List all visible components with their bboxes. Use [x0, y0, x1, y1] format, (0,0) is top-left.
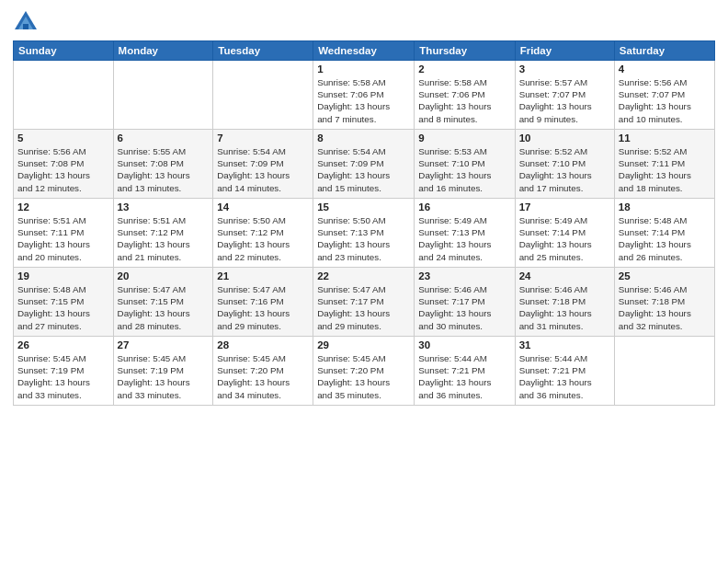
day-info: Sunrise: 5:50 AM Sunset: 7:13 PM Dayligh…	[317, 214, 410, 263]
day-info: Sunrise: 5:52 AM Sunset: 7:10 PM Dayligh…	[519, 145, 610, 194]
day-cell: 25Sunrise: 5:46 AM Sunset: 7:18 PM Dayli…	[614, 268, 714, 337]
day-info: Sunrise: 5:48 AM Sunset: 7:15 PM Dayligh…	[17, 283, 109, 332]
svg-rect-2	[23, 24, 28, 29]
day-cell: 8Sunrise: 5:54 AM Sunset: 7:09 PM Daylig…	[313, 130, 415, 199]
day-cell: 2Sunrise: 5:58 AM Sunset: 7:06 PM Daylig…	[415, 61, 515, 130]
day-number: 4	[619, 63, 711, 75]
day-cell: 12Sunrise: 5:51 AM Sunset: 7:11 PM Dayli…	[14, 199, 114, 268]
day-info: Sunrise: 5:55 AM Sunset: 7:08 PM Dayligh…	[118, 145, 210, 194]
day-info: Sunrise: 5:54 AM Sunset: 7:09 PM Dayligh…	[317, 145, 410, 194]
day-info: Sunrise: 5:45 AM Sunset: 7:20 PM Dayligh…	[217, 352, 309, 401]
day-info: Sunrise: 5:44 AM Sunset: 7:21 PM Dayligh…	[519, 352, 610, 401]
day-cell: 5Sunrise: 5:56 AM Sunset: 7:08 PM Daylig…	[14, 130, 114, 199]
day-number: 11	[619, 132, 711, 144]
day-info: Sunrise: 5:49 AM Sunset: 7:13 PM Dayligh…	[418, 214, 510, 263]
day-info: Sunrise: 5:51 AM Sunset: 7:11 PM Dayligh…	[17, 214, 109, 263]
day-info: Sunrise: 5:58 AM Sunset: 7:06 PM Dayligh…	[418, 76, 510, 125]
day-cell: 21Sunrise: 5:47 AM Sunset: 7:16 PM Dayli…	[213, 268, 313, 337]
page: SundayMondayTuesdayWednesdayThursdayFrid…	[0, 0, 728, 563]
day-number: 6	[118, 132, 210, 144]
header-row: SundayMondayTuesdayWednesdayThursdayFrid…	[14, 41, 715, 61]
day-info: Sunrise: 5:58 AM Sunset: 7:06 PM Dayligh…	[317, 76, 410, 125]
day-info: Sunrise: 5:50 AM Sunset: 7:12 PM Dayligh…	[217, 214, 309, 263]
day-number: 3	[519, 63, 610, 75]
day-info: Sunrise: 5:56 AM Sunset: 7:08 PM Dayligh…	[17, 145, 109, 194]
day-number: 7	[217, 132, 309, 144]
day-cell	[14, 61, 114, 130]
week-row: 5Sunrise: 5:56 AM Sunset: 7:08 PM Daylig…	[14, 130, 715, 199]
day-number: 15	[317, 201, 410, 213]
day-cell: 4Sunrise: 5:56 AM Sunset: 7:07 PM Daylig…	[614, 61, 714, 130]
day-number: 13	[118, 201, 210, 213]
day-number: 28	[217, 339, 309, 350]
day-number: 16	[418, 201, 510, 213]
day-number: 27	[118, 339, 210, 350]
day-header: Tuesday	[213, 41, 313, 61]
day-cell: 13Sunrise: 5:51 AM Sunset: 7:12 PM Dayli…	[113, 199, 213, 268]
day-header: Monday	[113, 41, 213, 61]
day-cell: 3Sunrise: 5:57 AM Sunset: 7:07 PM Daylig…	[515, 61, 614, 130]
day-cell	[113, 61, 213, 130]
day-cell: 17Sunrise: 5:49 AM Sunset: 7:14 PM Dayli…	[515, 199, 614, 268]
day-cell: 24Sunrise: 5:46 AM Sunset: 7:18 PM Dayli…	[515, 268, 614, 337]
day-cell: 19Sunrise: 5:48 AM Sunset: 7:15 PM Dayli…	[14, 268, 114, 337]
day-number: 30	[418, 339, 510, 350]
day-info: Sunrise: 5:54 AM Sunset: 7:09 PM Dayligh…	[217, 145, 309, 194]
day-number: 5	[17, 132, 109, 144]
day-cell: 28Sunrise: 5:45 AM Sunset: 7:20 PM Dayli…	[213, 337, 313, 406]
day-cell: 31Sunrise: 5:44 AM Sunset: 7:21 PM Dayli…	[515, 337, 614, 406]
week-row: 26Sunrise: 5:45 AM Sunset: 7:19 PM Dayli…	[14, 337, 715, 406]
day-info: Sunrise: 5:47 AM Sunset: 7:17 PM Dayligh…	[317, 283, 410, 332]
day-number: 9	[418, 132, 510, 144]
day-cell	[213, 61, 313, 130]
day-number: 22	[317, 270, 410, 282]
day-number: 29	[317, 339, 410, 350]
day-cell: 26Sunrise: 5:45 AM Sunset: 7:19 PM Dayli…	[14, 337, 114, 406]
day-cell: 1Sunrise: 5:58 AM Sunset: 7:06 PM Daylig…	[313, 61, 415, 130]
day-cell: 22Sunrise: 5:47 AM Sunset: 7:17 PM Dayli…	[313, 268, 415, 337]
day-header: Saturday	[614, 41, 714, 61]
day-info: Sunrise: 5:45 AM Sunset: 7:20 PM Dayligh…	[317, 352, 410, 401]
day-info: Sunrise: 5:56 AM Sunset: 7:07 PM Dayligh…	[619, 76, 711, 125]
day-info: Sunrise: 5:47 AM Sunset: 7:16 PM Dayligh…	[217, 283, 309, 332]
day-cell	[614, 337, 714, 406]
day-number: 18	[619, 201, 711, 213]
day-info: Sunrise: 5:49 AM Sunset: 7:14 PM Dayligh…	[519, 214, 610, 263]
calendar: SundayMondayTuesdayWednesdayThursdayFrid…	[13, 40, 715, 406]
day-header: Friday	[515, 41, 614, 61]
day-cell: 15Sunrise: 5:50 AM Sunset: 7:13 PM Dayli…	[313, 199, 415, 268]
day-cell: 30Sunrise: 5:44 AM Sunset: 7:21 PM Dayli…	[415, 337, 515, 406]
day-header: Sunday	[14, 41, 114, 61]
day-number: 20	[118, 270, 210, 282]
day-number: 17	[519, 201, 610, 213]
day-number: 26	[17, 339, 109, 350]
day-number: 12	[17, 201, 109, 213]
day-cell: 20Sunrise: 5:47 AM Sunset: 7:15 PM Dayli…	[113, 268, 213, 337]
day-info: Sunrise: 5:57 AM Sunset: 7:07 PM Dayligh…	[519, 76, 610, 125]
day-header: Wednesday	[313, 41, 415, 61]
day-info: Sunrise: 5:45 AM Sunset: 7:19 PM Dayligh…	[118, 352, 210, 401]
day-number: 21	[217, 270, 309, 282]
day-cell: 6Sunrise: 5:55 AM Sunset: 7:08 PM Daylig…	[113, 130, 213, 199]
logo-icon	[13, 9, 39, 35]
day-info: Sunrise: 5:44 AM Sunset: 7:21 PM Dayligh…	[418, 352, 510, 401]
day-cell: 9Sunrise: 5:53 AM Sunset: 7:10 PM Daylig…	[415, 130, 515, 199]
day-info: Sunrise: 5:52 AM Sunset: 7:11 PM Dayligh…	[619, 145, 711, 194]
day-number: 23	[418, 270, 510, 282]
header	[13, 9, 715, 35]
logo	[13, 9, 41, 35]
day-info: Sunrise: 5:45 AM Sunset: 7:19 PM Dayligh…	[17, 352, 109, 401]
week-row: 1Sunrise: 5:58 AM Sunset: 7:06 PM Daylig…	[14, 61, 715, 130]
day-cell: 11Sunrise: 5:52 AM Sunset: 7:11 PM Dayli…	[614, 130, 714, 199]
day-number: 24	[519, 270, 610, 282]
day-cell: 7Sunrise: 5:54 AM Sunset: 7:09 PM Daylig…	[213, 130, 313, 199]
day-number: 19	[17, 270, 109, 282]
week-row: 19Sunrise: 5:48 AM Sunset: 7:15 PM Dayli…	[14, 268, 715, 337]
day-number: 31	[519, 339, 610, 350]
day-cell: 23Sunrise: 5:46 AM Sunset: 7:17 PM Dayli…	[415, 268, 515, 337]
day-info: Sunrise: 5:46 AM Sunset: 7:17 PM Dayligh…	[418, 283, 510, 332]
day-cell: 14Sunrise: 5:50 AM Sunset: 7:12 PM Dayli…	[213, 199, 313, 268]
day-number: 2	[418, 63, 510, 75]
day-cell: 10Sunrise: 5:52 AM Sunset: 7:10 PM Dayli…	[515, 130, 614, 199]
day-info: Sunrise: 5:53 AM Sunset: 7:10 PM Dayligh…	[418, 145, 510, 194]
